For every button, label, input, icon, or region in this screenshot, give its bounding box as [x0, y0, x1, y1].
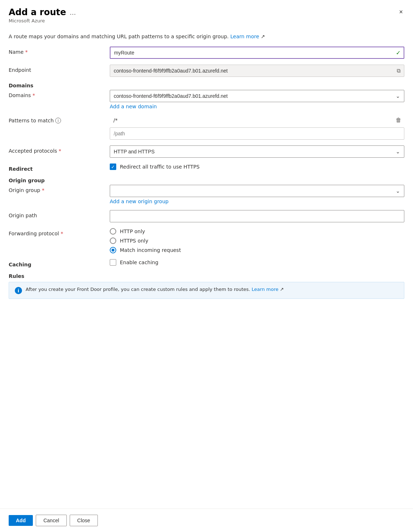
origin-path-control — [110, 210, 404, 222]
add-domain-link[interactable]: Add a new domain — [110, 104, 157, 109]
origin-group-select-wrapper — [110, 185, 404, 197]
rules-section-heading: Rules — [9, 273, 404, 279]
accepted-protocols-control: HTTP and HTTPS — [110, 145, 404, 158]
name-input-wrapper: ✓ — [110, 47, 404, 59]
origin-path-input[interactable] — [110, 210, 404, 222]
forwarding-protocol-control: HTTP only HTTPS only Match incoming requ… — [110, 228, 404, 253]
redirect-checkbox-label: Redirect all traffic to use HTTPS — [120, 164, 200, 170]
forwarding-http-only-label: HTTP only — [120, 228, 145, 234]
caching-checkbox[interactable] — [110, 259, 116, 266]
domains-row: Domains * contoso-frontend-f6f9f9ffb2a0a… — [9, 90, 404, 109]
close-icon: × — [399, 8, 403, 16]
domains-label: Domains * — [9, 90, 110, 98]
forwarding-required: * — [61, 231, 63, 236]
origin-group-label: Origin group * — [9, 185, 110, 193]
description-text: A route maps your domains and matching U… — [9, 34, 229, 39]
title-text: Add a route — [9, 7, 66, 17]
origin-group-select[interactable] — [110, 185, 404, 197]
name-check-icon: ✓ — [396, 49, 401, 56]
panel-footer: Add Cancel Close — [0, 509, 413, 532]
redirect-control: ✓ Redirect all traffic to use HTTPS — [110, 163, 404, 170]
learn-more-link-top[interactable]: Learn more — [230, 34, 259, 39]
origin-path-row: Origin path — [9, 210, 404, 222]
panel-title: Add a route ... — [9, 7, 76, 17]
panel-subtitle: Microsoft Azure — [9, 18, 76, 23]
caching-row: Caching Enable caching — [9, 259, 404, 267]
domains-required: * — [32, 92, 35, 98]
rules-info-box: i After you create your Front Door profi… — [9, 282, 404, 299]
rules-info-icon: i — [15, 287, 22, 294]
pattern-value: /* — [110, 115, 393, 125]
redirect-label: Redirect — [9, 163, 110, 172]
patterns-label-inner: Patterns to match i — [9, 118, 110, 123]
close-button[interactable]: Close — [70, 515, 98, 526]
patterns-row: Patterns to match i /* 🗑 — [9, 115, 404, 140]
panel-title-area: Add a route ... Microsoft Azure — [9, 7, 76, 23]
forwarding-protocol-row: Forwarding protocol * HTTP only HTTPS on… — [9, 228, 404, 253]
forwarding-radio-group: HTTP only HTTPS only Match incoming requ… — [110, 228, 404, 253]
redirect-row: Redirect ✓ Redirect all traffic to use H… — [9, 163, 404, 172]
protocols-select-wrapper: HTTP and HTTPS — [110, 145, 404, 158]
caching-checkbox-label: Enable caching — [120, 260, 158, 265]
endpoint-label: Endpoint — [9, 65, 110, 73]
panel-body: A route maps your domains and matching U… — [0, 28, 413, 509]
checkmark-icon: ✓ — [111, 165, 115, 169]
forwarding-match-label: Match incoming request — [120, 247, 181, 253]
description-row: A route maps your domains and matching U… — [9, 34, 404, 39]
endpoint-row: Endpoint ⧉ — [9, 65, 404, 77]
forwarding-http-only-row: HTTP only — [110, 228, 404, 235]
caching-checkbox-row: Enable caching — [110, 259, 404, 266]
add-origin-group-link[interactable]: Add a new origin group — [110, 199, 169, 204]
panel-header: Add a route ... Microsoft Azure × — [0, 0, 413, 28]
panel-title-ellipsis[interactable]: ... — [70, 9, 76, 16]
rules-external-link-icon: ↗ — [280, 287, 284, 292]
origin-group-control: Add a new origin group — [110, 185, 404, 204]
add-button[interactable]: Add — [9, 515, 33, 526]
pattern-path-input[interactable] — [110, 127, 404, 140]
close-icon-button[interactable]: × — [397, 7, 404, 17]
patterns-control: /* 🗑 — [110, 115, 404, 140]
accepted-protocols-row: Accepted protocols * HTTP and HTTPS — [9, 145, 404, 158]
redirect-checkbox-row: ✓ Redirect all traffic to use HTTPS — [110, 163, 404, 170]
domains-section-heading: Domains — [9, 83, 404, 88]
patterns-label: Patterns to match i — [9, 115, 110, 123]
endpoint-input-wrapper: ⧉ — [110, 65, 404, 77]
rules-info-text: After you create your Front Door profile… — [26, 287, 284, 292]
copy-icon: ⧉ — [397, 67, 401, 74]
origin-group-section-heading: Origin group — [9, 178, 404, 183]
patterns-info-icon[interactable]: i — [55, 118, 61, 123]
forwarding-https-only-row: HTTPS only — [110, 237, 404, 244]
name-input[interactable] — [110, 47, 404, 59]
name-row: Name * ✓ — [9, 47, 404, 59]
caching-label: Caching — [9, 259, 110, 267]
domains-control: contoso-frontend-f6f9f9ffb2a0aud7.b01.az… — [110, 90, 404, 109]
add-route-panel: Add a route ... Microsoft Azure × A rout… — [0, 0, 413, 532]
forwarding-protocol-label: Forwarding protocol * — [9, 228, 110, 236]
rules-learn-more-link[interactable]: Learn more — [252, 287, 278, 292]
cancel-button[interactable]: Cancel — [36, 515, 67, 526]
delete-pattern-button[interactable]: 🗑 — [393, 115, 404, 125]
forwarding-http-only-radio[interactable] — [110, 228, 116, 235]
name-label: Name * — [9, 47, 110, 55]
forwarding-match-row: Match incoming request — [110, 247, 404, 253]
origin-group-required: * — [42, 187, 44, 193]
forwarding-https-only-radio[interactable] — [110, 237, 116, 244]
protocols-required: * — [59, 148, 61, 154]
redirect-checkbox[interactable]: ✓ — [110, 163, 116, 170]
accepted-protocols-select[interactable]: HTTP and HTTPS — [110, 145, 404, 158]
caching-control: Enable caching — [110, 259, 404, 266]
name-required: * — [25, 49, 28, 55]
forwarding-https-only-label: HTTPS only — [120, 238, 148, 244]
endpoint-control: ⧉ — [110, 65, 404, 77]
domains-select[interactable]: contoso-frontend-f6f9f9ffb2a0aud7.b01.az… — [110, 90, 404, 102]
endpoint-input — [110, 65, 404, 77]
name-control: ✓ — [110, 47, 404, 59]
origin-path-label: Origin path — [9, 210, 110, 218]
copy-endpoint-button[interactable]: ⧉ — [395, 66, 402, 75]
forwarding-match-radio[interactable] — [110, 247, 116, 253]
accepted-protocols-label: Accepted protocols * — [9, 145, 110, 154]
domains-select-wrapper: contoso-frontend-f6f9f9ffb2a0aud7.b01.az… — [110, 90, 404, 102]
external-link-icon: ↗ — [261, 34, 265, 39]
delete-icon: 🗑 — [396, 117, 401, 123]
origin-group-row: Origin group * Add a new origin group — [9, 185, 404, 204]
